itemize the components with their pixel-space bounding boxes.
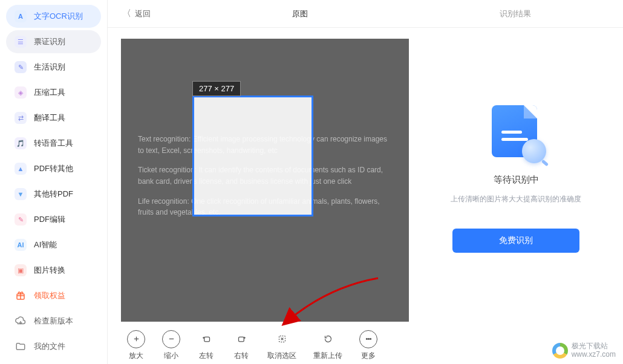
- sidebar-item-label: PDF转其他: [34, 163, 73, 174]
- chevron-left-icon: 〈: [122, 8, 131, 19]
- svg-rect-5: [238, 337, 244, 342]
- content-area: Text recognition: Efficient image proces…: [108, 28, 623, 364]
- back-button[interactable]: 〈 返回: [108, 8, 192, 19]
- sidebar-item-ai[interactable]: AI AI智能: [6, 233, 101, 256]
- sidebar-item-image-convert[interactable]: ▣ 图片转换: [6, 259, 101, 282]
- result-panel: 等待识别中 上传清晰的图片将大大提高识别的准确度 免费识别: [422, 39, 610, 364]
- svg-point-9: [366, 339, 367, 340]
- back-label: 返回: [135, 8, 151, 19]
- sidebar-item-label: 文字OCR识别: [34, 11, 83, 22]
- tab-original[interactable]: 原图: [192, 8, 408, 19]
- folder-icon: [15, 340, 27, 353]
- tab-result[interactable]: 识别结果: [408, 8, 623, 19]
- crop-size-badge: 277 × 277: [192, 81, 241, 96]
- svg-rect-4: [204, 337, 209, 342]
- sidebar-item-other-to-pdf[interactable]: ▼ 其他转PDF: [6, 183, 101, 206]
- sidebar-item-label: 其他转PDF: [34, 189, 73, 200]
- sidebar-item-pdf-edit[interactable]: ✎ PDF编辑: [6, 208, 101, 231]
- sidebar-item-label: 生活识别: [34, 62, 65, 73]
- life-icon: ✎: [15, 61, 27, 73]
- sidebar-item-my-files[interactable]: 我的文件: [6, 335, 101, 358]
- pdf-edit-icon: ✎: [15, 213, 27, 226]
- sidebar-item-label: PDF编辑: [34, 214, 65, 225]
- speech-icon: 🎵: [15, 137, 27, 149]
- sidebar-item-ticket[interactable]: ☰ 票证识别: [6, 30, 101, 53]
- compress-icon: ◈: [15, 86, 27, 99]
- zoom-out-button[interactable]: 缩小: [162, 330, 180, 361]
- sidebar-item-label: 翻译工具: [34, 112, 65, 123]
- sidebar-item-label: AI智能: [34, 239, 57, 250]
- gift-icon: [15, 290, 27, 302]
- watermark-logo-icon: [552, 343, 568, 359]
- sidebar-item-check-update[interactable]: 检查新版本: [6, 310, 101, 333]
- ocr-icon: A: [15, 10, 27, 22]
- zoom-in-icon: [127, 330, 145, 348]
- zoom-in-button[interactable]: 放大: [127, 330, 145, 361]
- sidebar: A 文字OCR识别 ☰ 票证识别 ✎ 生活识别 ◈ 压缩工具 ⇄ 翻译工具 🎵 …: [0, 0, 108, 364]
- zoom-out-icon: [162, 330, 180, 348]
- reupload-button[interactable]: 重新上传: [313, 330, 342, 361]
- tool-label: 左转: [199, 351, 214, 361]
- sidebar-item-label: 领取权益: [34, 290, 65, 301]
- sidebar-main-list: A 文字OCR识别 ☰ 票证识别 ✎ 生活识别 ◈ 压缩工具 ⇄ 翻译工具 🎵 …: [0, 5, 107, 284]
- svg-point-11: [370, 339, 371, 340]
- sidebar-item-compress[interactable]: ◈ 压缩工具: [6, 81, 101, 104]
- more-icon: [359, 330, 377, 348]
- ticket-icon: ☰: [15, 36, 27, 48]
- pdf-to-other-icon: ▲: [15, 163, 27, 175]
- recognize-button[interactable]: 免费识别: [452, 229, 579, 253]
- other-to-pdf-icon: ▼: [15, 188, 27, 200]
- waiting-illustration: [488, 105, 544, 161]
- sidebar-bottom-list: 领取权益 检查新版本 我的文件: [0, 284, 107, 364]
- sidebar-item-label: 转语音工具: [34, 138, 73, 149]
- image-stage[interactable]: Text recognition: Efficient image proces…: [121, 39, 409, 322]
- tool-label: 取消选区: [267, 351, 296, 361]
- sidebar-item-label: 我的文件: [34, 341, 65, 352]
- tab-bar: 原图 识别结果: [192, 8, 623, 19]
- tool-label: 右转: [234, 351, 249, 361]
- sidebar-item-pdf-to-other[interactable]: ▲ PDF转其他: [6, 157, 101, 180]
- sidebar-item-label: 票证识别: [34, 36, 65, 47]
- sidebar-item-label: 图片转换: [34, 265, 65, 276]
- sidebar-item-speech[interactable]: 🎵 转语音工具: [6, 132, 101, 155]
- rotate-left-icon: [197, 330, 215, 348]
- crop-rectangle[interactable]: [192, 96, 313, 216]
- main-area: 〈 返回 原图 识别结果 Text recognition: Efficient…: [108, 0, 623, 364]
- result-title: 等待识别中: [494, 174, 539, 186]
- sidebar-item-label: 检查新版本: [34, 316, 73, 327]
- reupload-icon: [319, 330, 337, 348]
- svg-point-10: [368, 339, 369, 340]
- sidebar-item-label: 压缩工具: [34, 87, 65, 98]
- more-button[interactable]: 更多: [359, 330, 377, 361]
- watermark-url: www.xz7.com: [572, 351, 616, 359]
- rotate-right-button[interactable]: 右转: [232, 330, 250, 361]
- watermark-name: 极光下载站: [572, 342, 616, 351]
- tool-label: 缩小: [164, 351, 178, 361]
- result-subtitle: 上传清晰的图片将大大提高识别的准确度: [451, 194, 581, 204]
- tool-label: 重新上传: [313, 351, 342, 361]
- image-pane: Text recognition: Efficient image proces…: [121, 39, 409, 364]
- cancel-selection-button[interactable]: 取消选区: [267, 330, 296, 361]
- tool-label: 更多: [361, 351, 376, 361]
- sidebar-item-ocr[interactable]: A 文字OCR识别: [6, 5, 101, 28]
- magnifier-icon: [522, 139, 546, 163]
- rotate-left-button[interactable]: 左转: [197, 330, 215, 361]
- cloud-download-icon: [15, 315, 27, 327]
- cancel-selection-icon: [273, 330, 291, 348]
- sidebar-item-life[interactable]: ✎ 生活识别: [6, 56, 101, 79]
- ai-icon: AI: [15, 239, 27, 251]
- sidebar-item-translate[interactable]: ⇄ 翻译工具: [6, 106, 101, 129]
- sidebar-item-claim-benefits[interactable]: 领取权益: [6, 284, 101, 307]
- translate-icon: ⇄: [15, 112, 27, 124]
- rotate-right-icon: [232, 330, 250, 348]
- tool-label: 放大: [129, 351, 143, 361]
- watermark: 极光下载站 www.xz7.com: [550, 341, 618, 360]
- topbar: 〈 返回 原图 识别结果: [108, 0, 623, 28]
- image-toolbar: 放大 缩小 左转 右转: [121, 322, 409, 364]
- image-convert-icon: ▣: [15, 264, 27, 276]
